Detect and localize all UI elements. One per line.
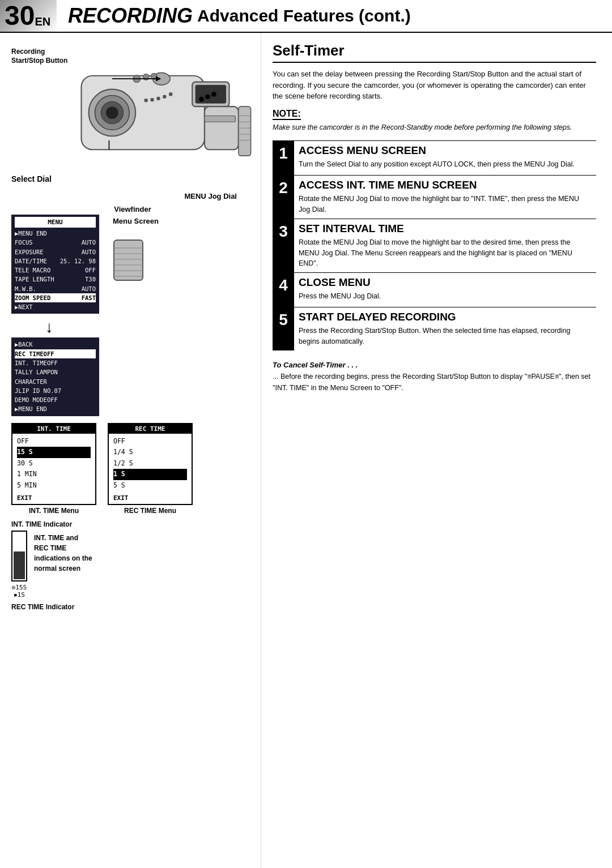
rec-time-menu-box: REC TIME OFF 1/4 S 1/2 S 1 S 5 S EXIT [108,423,193,506]
main-content: Recording Start/Stop Button [0,33,612,868]
indicator-bar-wrap [11,531,27,581]
int-time-menu-footer: EXIT [12,493,95,504]
svg-point-12 [199,97,204,102]
int-time-item-off: OFF [17,436,91,447]
step-5-block: 5 START DELAYED RECORDING Press the Reco… [273,307,596,350]
int-time-item-15s: 15 S [17,447,91,458]
rec-time-value: ▪1S [14,591,25,598]
cancel-title: To Cancel Self-Timer . . . [273,360,596,371]
page-number: 30 [5,2,35,29]
recording-word: RECORDING [68,4,193,28]
right-column: Self-Timer You can set the delay between… [261,33,612,868]
svg-point-4 [106,106,118,119]
rec-time-menu-block: REC TIME OFF 1/4 S 1/2 S 1 S 5 S EXIT RE… [108,423,193,515]
menu-row-demo-mode: DEMO MODEOFF [15,395,96,404]
menu-screen-box-2: ▶BACK REC TIMEOFF INT. TIMEOFF TALLY LAM… [11,337,99,416]
menu-screen-box-1: MENU ▶MENU END FOCUSAUTO EXPOSUREAUTO DA… [11,215,99,314]
menu-row-next: ▶NEXT [15,302,96,311]
menu-screen-title: MENU [15,217,96,228]
menu-screen-label-wrap: Menu Screen [108,215,159,314]
step-1-text: Turn the Select Dial to any position exc… [299,159,592,170]
step-3-text: Rotate the MENU Jog Dial to move the hig… [299,237,592,269]
menu-row-exposure: EXPOSUREAUTO [15,247,96,256]
menu-screen-row-2: ▶BACK REC TIMEOFF INT. TIMEOFF TALLY LAM… [11,337,254,416]
step-5-text: Press the Recording Start/Stop Button. W… [299,326,592,347]
cancel-text: ... Before the recording begins, press t… [273,371,596,394]
page-suffix: EN [35,16,50,27]
int-time-menu-block: INT. TIME OFF 15 S 30 S 1 MIN 5 MIN EXIT… [11,423,96,515]
int-time-menu-body: OFF 15 S 30 S 1 MIN 5 MIN [12,434,95,494]
int-time-menu-header: INT. TIME [12,424,95,434]
svg-point-25 [156,97,160,101]
step-2-content: ACCESS INT. TIME MENU SCREEN Rotate the … [294,176,596,219]
header-title-block: RECORDING Advanced Features (cont.) [57,0,612,32]
menu-row-tape-length: TAPE LENGTHT30 [15,275,96,284]
self-timer-title: Self-Timer [273,42,596,63]
rec-time-item-off: OFF [113,436,187,447]
header-rest-title: Advanced Features (cont.) [197,6,411,25]
svg-point-24 [163,95,167,99]
int-time-menu-label: INT. TIME Menu [11,507,96,515]
step-4-number: 4 [273,273,294,307]
note-box: NOTE: Make sure the camcorder is in the … [273,109,596,133]
menu-screen-label: Menu Screen [113,217,159,225]
rec-time-item-1s: 1 S [113,469,187,480]
svg-point-23 [169,92,173,96]
camera-illustration [57,42,254,183]
label-select-dial: Select Dial [11,174,52,183]
left-column: Recording Start/Stop Button [0,33,261,868]
menu-screen-row-1: MENU ▶MENU END FOCUSAUTO EXPOSUREAUTO DA… [11,215,254,314]
step-5-number: 5 [273,307,294,350]
step-3-heading: SET INTERVAL TIME [299,223,592,235]
svg-point-13 [205,94,210,99]
rec-time-menu-label: REC TIME Menu [108,507,193,515]
indicator-desc-text: INT. TIME and REC TIME indications on th… [34,534,92,572]
cancel-section: To Cancel Self-Timer . . . ... Before th… [273,360,596,394]
note-title: NOTE: [273,109,301,120]
indicator-desc-wrap: INT. TIME and REC TIME indications on th… [34,531,92,574]
menu-row-character: CHARACTER [15,377,96,386]
step-2-heading: ACCESS INT. TIME MENU SCREEN [299,179,592,191]
svg-point-27 [144,99,148,102]
indicator-bar-fill [14,551,25,579]
svg-rect-17 [239,106,251,156]
camera-svg [57,42,254,183]
step-1-block: 1 ACCESS MENU SCREEN Turn the Select Dia… [273,140,596,175]
menu-row-focus: FOCUSAUTO [15,238,96,247]
svg-point-14 [211,92,216,97]
menu-row-zoom-speed: ZOOM SPEEDFAST [15,293,96,302]
int-time-indicator-section: INT. TIME Indicator ⊙15S ▪1S INT. TIME a… [11,520,254,611]
int-time-item-30s: 30 S [17,458,91,469]
viewfinder-label: Viewfinder [11,205,254,213]
step-2-block: 2 ACCESS INT. TIME MENU SCREEN Rotate th… [273,175,596,219]
step-2-text: Rotate the MENU Jog Dial to move the hig… [299,194,592,215]
menu-arrow-down: ↓ [45,319,254,335]
menu-row-back: ▶BACK [15,340,96,349]
menu-row-jlip-id: JLIP ID NO.07 [15,386,96,395]
menu-row-datetime: DATE/TIME25. 12. 98 [15,256,96,266]
menu-row-menuend: ▶MENU END [15,229,96,238]
label-menu-jog-dial: MENU Jog Dial [185,192,237,200]
step-3-number: 3 [273,219,294,272]
menu-row-tally-lamp: TALLY LAMPON [15,367,96,377]
rec-time-item-12s: 1/2 S [113,458,187,469]
rec-time-item-14s: 1/4 S [113,447,187,458]
page-header: 30 EN RECORDING Advanced Features (cont.… [0,0,612,33]
int-time-item-5min: 5 MIN [17,480,91,491]
rec-time-item-5s: 5 S [113,480,187,491]
svg-rect-16 [205,116,235,122]
step-1-number: 1 [273,141,294,175]
svg-point-26 [150,98,154,102]
rec-time-indicator-label: REC TIME Indicator [11,603,254,611]
step-4-content: CLOSE MENU Press the MENU Jog Dial. [294,273,596,307]
int-time-item-1min: 1 MIN [17,469,91,480]
int-time-value: ⊙15S [12,584,27,591]
jog-dial-svg [113,239,144,281]
step-3-block: 3 SET INTERVAL TIME Rotate the MENU Jog … [273,219,596,272]
steps-container: 1 ACCESS MENU SCREEN Turn the Select Dia… [273,140,596,350]
rec-time-menu-body: OFF 1/4 S 1/2 S 1 S 5 S [109,434,192,494]
indicator-bar-area: ⊙15S ▪1S [11,531,27,598]
note-text: Make sure the camcorder is in the Record… [273,122,596,133]
step-3-content: SET INTERVAL TIME Rotate the MENU Jog Di… [294,219,596,272]
step-2-number: 2 [273,176,294,219]
